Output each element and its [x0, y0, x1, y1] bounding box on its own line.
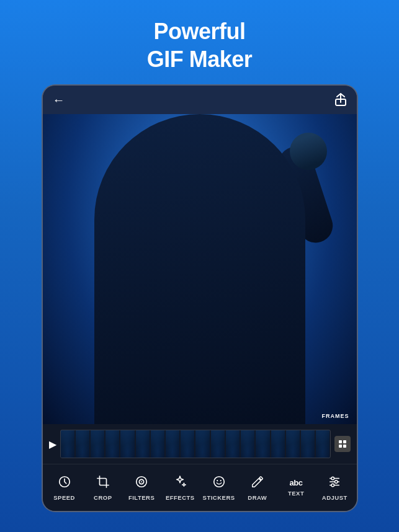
- toolbar: SPEED CROP FILTERS: [43, 464, 357, 511]
- draw-label: DRAW: [248, 494, 267, 501]
- frame-end-icon[interactable]: [334, 436, 351, 452]
- frame-thumb[interactable]: [151, 430, 164, 458]
- svg-point-17: [331, 484, 334, 487]
- crop-label: CROP: [94, 494, 112, 501]
- frame-thumb[interactable]: [195, 430, 209, 458]
- frames-strip: [60, 430, 331, 458]
- svg-point-16: [335, 480, 338, 483]
- filters-icon: [135, 475, 148, 491]
- tool-effects[interactable]: EFFECTS: [164, 475, 196, 501]
- text-label: TEXT: [288, 490, 304, 497]
- phone-frame: ← SAVE ASGIF ORVIDEO: [42, 84, 358, 512]
- crop-icon: [96, 475, 110, 491]
- frame-thumb[interactable]: [166, 430, 179, 458]
- frame-thumb[interactable]: [120, 430, 134, 458]
- filters-label: FILTERS: [128, 494, 155, 501]
- tool-stickers[interactable]: STICKERS: [203, 475, 235, 501]
- headline-line1: Powerful: [147, 17, 253, 45]
- effects-icon: [173, 475, 187, 491]
- hand: [290, 133, 327, 170]
- tool-adjust[interactable]: ADJUST: [318, 475, 351, 501]
- frames-row: FRAMES ▶: [43, 424, 357, 464]
- tool-draw[interactable]: DRAW: [241, 475, 274, 501]
- frame-thumb[interactable]: [181, 430, 194, 458]
- stickers-icon: [212, 475, 226, 491]
- tool-filters[interactable]: FILTERS: [125, 475, 158, 501]
- svg-rect-1: [339, 440, 342, 443]
- play-button[interactable]: ▶: [49, 438, 56, 450]
- frame-thumb[interactable]: [286, 430, 300, 458]
- svg-rect-4: [343, 445, 346, 448]
- svg-point-15: [331, 477, 334, 480]
- text-icon: abc: [290, 479, 303, 487]
- tool-crop[interactable]: CROP: [87, 475, 119, 501]
- stickers-label: STICKERS: [203, 494, 235, 501]
- speed-label: SPEED: [53, 494, 75, 501]
- adjust-icon: [328, 475, 341, 491]
- frame-thumb[interactable]: [256, 430, 269, 458]
- svg-point-10: [217, 480, 218, 481]
- svg-point-8: [141, 481, 142, 482]
- tool-speed[interactable]: SPEED: [48, 475, 81, 501]
- effects-label: EFFECTS: [166, 494, 195, 501]
- headline: Powerful GIF Maker: [147, 17, 253, 73]
- frame-thumb[interactable]: [271, 430, 285, 458]
- tool-text[interactable]: abc TEXT: [280, 479, 312, 497]
- headline-line2: GIF Maker: [147, 45, 253, 73]
- speed-icon: [58, 475, 71, 491]
- frame-thumb[interactable]: [105, 430, 119, 458]
- frames-bar: ▶: [43, 424, 357, 464]
- svg-rect-3: [339, 445, 342, 448]
- frame-thumb[interactable]: [136, 430, 150, 458]
- share-button[interactable]: [334, 93, 347, 107]
- svg-point-11: [220, 480, 221, 481]
- frame-thumb[interactable]: [241, 430, 254, 458]
- frame-thumb[interactable]: [301, 430, 315, 458]
- frame-thumb[interactable]: [76, 430, 89, 458]
- canvas-area: [43, 114, 357, 424]
- adjust-label: ADJUST: [322, 494, 347, 501]
- top-bar: ←: [43, 86, 357, 114]
- svg-rect-2: [343, 440, 346, 443]
- draw-icon: [251, 475, 264, 491]
- frame-thumb[interactable]: [91, 430, 104, 458]
- photo-subject: [43, 114, 357, 424]
- frame-thumb[interactable]: [61, 430, 74, 458]
- frame-thumb[interactable]: [226, 430, 240, 458]
- frame-thumb[interactable]: [316, 430, 330, 458]
- frame-thumb[interactable]: [211, 430, 225, 458]
- back-button[interactable]: ←: [53, 93, 65, 107]
- person-body: [94, 114, 305, 424]
- frames-section-label: FRAMES: [322, 413, 349, 419]
- svg-point-9: [213, 476, 224, 487]
